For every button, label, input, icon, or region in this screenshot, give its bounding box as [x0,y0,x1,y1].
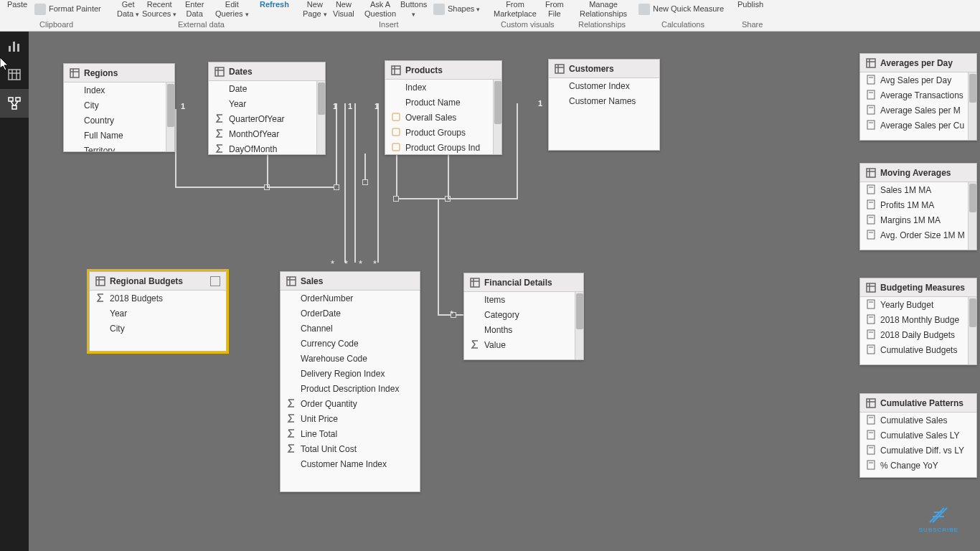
field-item[interactable]: Avg Sales per Day [860,72,976,88]
field-item[interactable]: Yearly Budget [860,297,976,312]
table-header[interactable]: Products [385,61,501,80]
table-cumulative-patterns[interactable]: Cumulative Patterns Cumulative Sales Cum… [859,393,977,478]
refresh-button[interactable]: Refresh [260,0,289,9]
field-item[interactable]: Product Groups Ind [385,140,501,154]
field-item[interactable]: Customer Names [549,93,659,108]
field-item[interactable]: % Change YoY [860,458,976,473]
table-budgeting-measures[interactable]: Budgeting Measures Yearly Budget 2018 Mo… [859,278,977,365]
field-item[interactable]: Country [64,113,174,128]
enter-data-button[interactable]: EnterData [185,0,204,19]
table-customers[interactable]: Customers Customer Index Customer Names [548,59,660,151]
field-item[interactable]: Warehouse Code [281,351,420,366]
field-item[interactable]: Overall Sales [385,110,501,125]
model-canvas[interactable]: 1 1 1 1 1 * * * * * Regions Index City C… [29,32,980,551]
get-data-button[interactable]: GetData ▾ [117,0,139,19]
field-item[interactable]: Channel [281,321,420,336]
field-item[interactable]: QuarterOfYear [209,111,325,126]
table-regions[interactable]: Regions Index City Country Full Name Ter… [63,63,175,152]
field-item[interactable]: MonthOfYear [209,126,325,141]
buttons-button[interactable]: Buttons▾ [400,0,427,19]
table-header[interactable]: Budgeting Measures [860,278,976,297]
model-view-button[interactable] [0,89,29,118]
field-item[interactable]: Sales 1M MA [860,182,976,197]
table-regional-budgets[interactable]: Regional Budgets 2018 Budgets Year City [89,271,227,352]
scrollbar[interactable] [575,292,583,359]
publish-button[interactable]: Publish [738,0,763,9]
table-header[interactable]: Dates [209,62,325,81]
field-item[interactable]: Cumulative Sales [860,413,976,428]
field-item[interactable]: OrderDate [281,306,420,321]
new-page-button[interactable]: NewPage ▾ [303,0,327,19]
format-painter-button[interactable]: Format Painter [34,4,101,15]
table-header[interactable]: Regions [64,64,174,83]
field-item[interactable]: Customer Name Index [281,456,420,471]
field-item[interactable]: OrderNumber [281,291,420,306]
table-header[interactable]: Averages per Day [860,54,976,72]
field-item[interactable]: Product Groups [385,125,501,140]
table-header[interactable]: Customers [549,60,659,78]
field-item[interactable]: City [64,98,174,113]
field-item[interactable]: Customer Index [549,78,659,93]
field-item[interactable]: Cumulative Sales LY [860,428,976,443]
table-header[interactable]: Financial Details [464,273,583,292]
scrollbar[interactable] [968,72,976,140]
field-item[interactable]: Unit Price [281,411,420,426]
field-item[interactable]: Total Unit Cost [281,441,420,456]
scrollbar[interactable] [968,182,976,250]
scrollbar[interactable] [968,297,976,364]
field-item[interactable]: Product Description Index [281,381,420,396]
field-item[interactable]: Profits 1M MA [860,197,976,212]
recent-sources-button[interactable]: RecentSources ▾ [142,0,176,19]
field-item[interactable]: Value [464,337,583,352]
table-header[interactable]: Cumulative Patterns [860,394,976,413]
table-header[interactable]: Sales [281,272,420,291]
field-item[interactable]: Territory [64,143,174,151]
field-item[interactable]: City [90,321,226,336]
from-file-button[interactable]: FromFile [545,0,564,19]
field-item[interactable]: 2018 Daily Budgets [860,327,976,342]
field-item[interactable]: Cumulative Budgets [860,342,976,357]
ask-question-button[interactable]: Ask AQuestion [364,0,396,19]
field-item[interactable]: Average Sales per Cu [860,118,976,133]
field-item[interactable]: Order Quantity [281,396,420,411]
manage-relationships-button[interactable]: ManageRelationships [580,0,627,19]
shapes-button[interactable]: Shapes ▾ [433,4,480,15]
new-quick-measure-button[interactable]: New Quick Measure [639,4,724,15]
field-item[interactable]: Months [464,322,583,337]
table-dates[interactable]: Dates Date Year QuarterOfYear MonthOfYea… [208,62,326,155]
field-item[interactable]: 2018 Budgets [90,291,226,306]
table-averages-per-day[interactable]: Averages per Day Avg Sales per Day Avera… [859,53,977,141]
field-item[interactable]: Date [209,81,325,96]
field-item[interactable]: Delivery Region Index [281,366,420,381]
field-item[interactable]: Line Total [281,426,420,441]
table-header[interactable]: Moving Averages [860,164,976,182]
table-header[interactable]: Regional Budgets [90,272,226,291]
paste-button[interactable]: Paste [7,0,27,9]
expand-icon[interactable] [210,276,220,286]
scrollbar[interactable] [316,81,325,154]
scrollbar[interactable] [493,80,501,154]
table-financial-details[interactable]: Financial Details Items Category Months … [463,273,584,360]
field-item[interactable]: Items [464,292,583,307]
field-item[interactable]: Cumulative Diff. vs LY [860,443,976,458]
field-item[interactable]: Year [90,306,226,321]
field-item[interactable]: Margins 1M MA [860,212,976,227]
table-moving-averages[interactable]: Moving Averages Sales 1M MA Profits 1M M… [859,163,977,250]
table-sales[interactable]: Sales OrderNumber OrderDate Channel Curr… [280,271,420,492]
new-visual-button[interactable]: NewVisual [333,0,354,19]
field-item[interactable]: Average Sales per M [860,103,976,118]
field-item[interactable]: Index [385,80,501,95]
field-item[interactable]: Average Transactions [860,88,976,103]
table-products[interactable]: Products Index Product Name Overall Sale… [385,60,502,155]
field-item[interactable]: DayOfMonth [209,141,325,154]
field-item[interactable]: 2018 Monthly Budge [860,312,976,327]
field-item[interactable]: Category [464,307,583,322]
report-view-button[interactable] [0,32,29,60]
edit-queries-button[interactable]: EditQueries ▾ [215,0,249,19]
field-item[interactable]: Product Name [385,95,501,110]
field-item[interactable]: Avg. Order Size 1M M [860,227,976,242]
field-item[interactable]: Year [209,96,325,111]
field-item[interactable]: Index [64,83,174,98]
scrollbar[interactable] [166,83,174,151]
field-item[interactable]: Full Name [64,128,174,143]
